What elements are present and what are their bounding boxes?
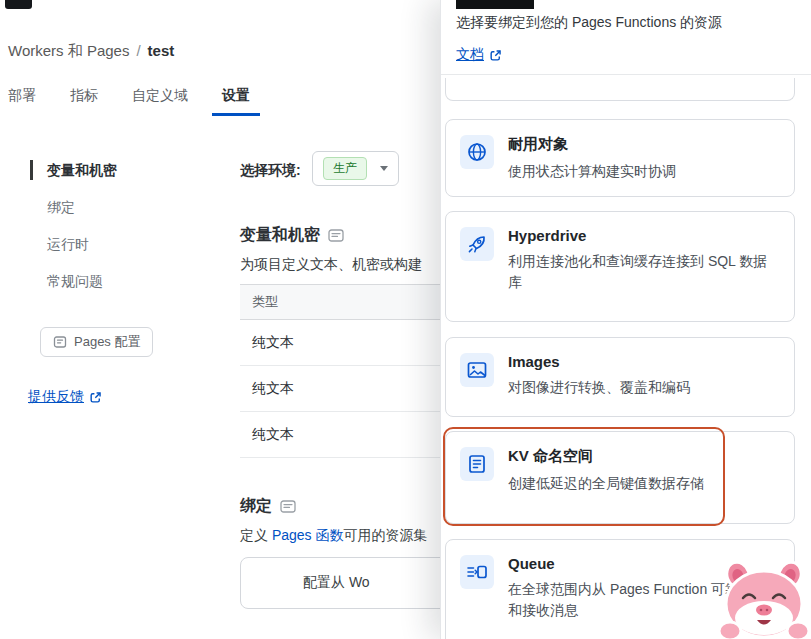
breadcrumb-workers-pages-link[interactable]: Workers 和 Pages	[8, 42, 129, 61]
pages-config-label: Pages 配置	[74, 333, 140, 351]
resource-card-durable-objects[interactable]: 耐用对象 使用状态计算构建实时协调	[445, 119, 795, 197]
environment-label: 选择环境:	[240, 162, 301, 180]
resource-card-title: KV 命名空间	[508, 447, 704, 466]
settings-subnav: 变量和机密 绑定 运行时 常规问题	[30, 152, 210, 300]
external-link-icon	[489, 49, 502, 62]
clipped-top-element	[5, 0, 32, 9]
subnav-item-variables-secrets[interactable]: 变量和机密	[30, 152, 210, 189]
cloudflare-pages-settings-page: Workers 和 Pages / test 部署 指标 自定义域 设置 变量和…	[0, 0, 811, 639]
queue-icon	[460, 555, 494, 589]
docs-chip-icon	[328, 229, 344, 242]
chevron-down-icon	[380, 166, 388, 171]
bindings-section-description: 定义 Pages 函数可用的资源集	[240, 527, 427, 545]
external-link-icon	[89, 391, 102, 404]
subnav-item-general[interactable]: 常规问题	[30, 263, 210, 300]
panel-subtitle: 选择要绑定到您的 Pages Functions 的资源	[456, 14, 796, 32]
breadcrumb: Workers 和 Pages / test	[8, 42, 174, 61]
bindings-desc-suffix: 可用的资源集	[343, 527, 427, 543]
resource-card-images[interactable]: Images 对图像进行转换、覆盖和编码	[445, 337, 795, 417]
docs-chip-icon	[280, 500, 296, 513]
resource-card-desc: 使用状态计算构建实时协调	[508, 161, 676, 182]
tab-metrics[interactable]: 指标	[70, 87, 98, 116]
resource-card-clipped[interactable]	[445, 78, 795, 101]
project-tabs: 部署 指标 自定义域 设置	[8, 87, 250, 116]
resource-card-hyperdrive[interactable]: Hyperdrive 利用连接池化和查询缓存连接到 SQL 数据库	[445, 211, 795, 322]
feedback-label: 提供反馈	[28, 388, 84, 406]
breadcrumb-separator: /	[136, 42, 140, 59]
environment-select[interactable]: 生产	[312, 151, 399, 186]
resource-card-desc: 对图像进行转换、覆盖和编码	[508, 377, 690, 398]
pages-functions-link[interactable]: Pages 函数	[272, 527, 344, 543]
subnav-item-bindings[interactable]: 绑定	[30, 189, 210, 226]
configure-migration-button[interactable]: 配置从 Wo	[240, 557, 472, 609]
environment-value-badge: 生产	[323, 157, 367, 180]
variables-section-title-row: 变量和机密	[240, 225, 344, 246]
add-binding-panel: 选择要绑定到您的 Pages Functions 的资源 文档 耐用对象 使用状…	[440, 0, 811, 639]
resource-card-title: 耐用对象	[508, 135, 676, 154]
tab-custom-domains[interactable]: 自定义域	[132, 87, 188, 116]
breadcrumb-current-project: test	[148, 42, 175, 59]
docs-link[interactable]: 文档	[456, 46, 502, 64]
image-icon	[460, 353, 494, 387]
feedback-link[interactable]: 提供反馈	[28, 388, 102, 406]
bindings-desc-prefix: 定义	[240, 527, 272, 543]
resource-card-title: Hyperdrive	[508, 227, 780, 244]
kv-list-icon	[460, 447, 494, 481]
pages-config-icon	[53, 335, 67, 349]
resource-card-desc: 创建低延迟的全局键值数据存储	[508, 473, 704, 494]
resource-card-title: Images	[508, 353, 690, 370]
resource-card-kv-namespace[interactable]: KV 命名空间 创建低延迟的全局键值数据存储	[445, 431, 795, 524]
resource-card-desc: 利用连接池化和查询缓存连接到 SQL 数据库	[508, 251, 780, 293]
tab-deployments[interactable]: 部署	[8, 87, 36, 116]
bindings-section-title-row: 绑定	[240, 496, 296, 517]
tab-settings[interactable]: 设置	[212, 87, 260, 116]
docs-link-label: 文档	[456, 46, 484, 64]
redacted-panel-title	[456, 0, 534, 9]
pages-config-button[interactable]: Pages 配置	[40, 327, 153, 357]
rocket-icon	[460, 227, 494, 261]
panel-divider	[441, 74, 811, 75]
subnav-item-runtime[interactable]: 运行时	[30, 226, 210, 263]
variables-section-description: 为项目定义文本、机密或构建	[240, 256, 422, 274]
variables-section-title: 变量和机密	[240, 225, 320, 246]
pig-mascot	[718, 560, 810, 639]
bindings-section-title: 绑定	[240, 496, 272, 517]
globe-icon	[460, 135, 494, 169]
